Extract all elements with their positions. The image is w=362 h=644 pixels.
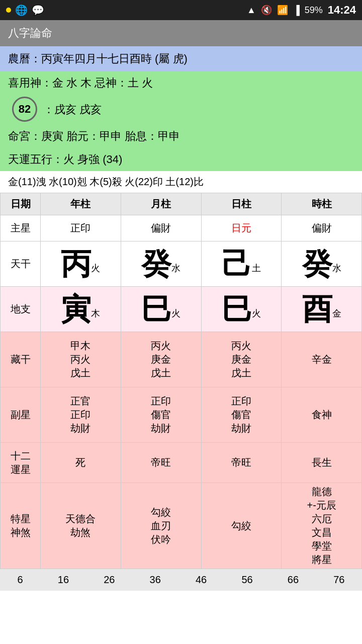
bluetooth-icon: ▲: [247, 5, 256, 16]
dizhi-ri-sub: 火: [252, 308, 261, 318]
texing-ri: 勾絞: [201, 483, 282, 569]
tiangan-nian-sub: 火: [91, 263, 100, 273]
dizhi-shi: 酉金: [282, 287, 362, 332]
fuxing-row: 副星 正官 正印 劫財 正印 傷官 劫財 正印 傷官 劫財 食神: [1, 387, 362, 443]
zanggan-row: 藏干 甲木 丙火 戊土 丙火 庚金 戊土 丙火 庚金 戊土 辛金: [1, 332, 362, 387]
dizhi-yue: 巳火: [121, 287, 201, 332]
ming-text: 命宮：庚寅 胎元：甲申 胎息：甲申: [8, 130, 180, 142]
dizhi-nian-char: 寅: [61, 292, 91, 326]
tianyun-info: 天運五行：火 身強 (34): [0, 148, 362, 171]
tiangan-ri-char: 己: [222, 247, 252, 281]
app-bar: 八字論命: [0, 20, 362, 46]
zanggan-label: 藏干: [1, 332, 41, 387]
shier-row: 十二 運星 死 帝旺 帝旺 長生: [1, 443, 362, 483]
shier-label: 十二 運星: [1, 443, 41, 483]
tiangan-shi: 癸水: [282, 242, 362, 287]
zhuxing-row: 主星 正印 偏財 日元 偏財: [1, 215, 362, 242]
chat-icon: 💬: [32, 4, 44, 16]
wuxing-info: 金(11)洩 水(10)剋 木(5)殺 火(22)印 土(12)比: [0, 171, 362, 193]
shen2-text: ：戌亥 戌亥: [43, 102, 102, 117]
tianyun-text: 天運五行：火 身強 (34): [8, 153, 122, 166]
tiangan-nian: 丙火: [41, 242, 121, 287]
shenyong-text: 喜用神：金 水 木 忌神：土 火: [8, 76, 153, 89]
bottom-num-1: 16: [58, 574, 69, 586]
zanggan-ri: 丙火 庚金 戊土: [201, 332, 282, 387]
bottom-num-6: 66: [288, 574, 299, 586]
tiangan-label: 天干: [1, 242, 41, 287]
col-header-rizhu: 日柱: [201, 193, 282, 215]
lunar-text: 農曆：丙寅年四月十七日酉時 (屬 虎): [8, 52, 188, 65]
dizhi-shi-char: 酉: [302, 292, 332, 326]
bottom-num-7: 76: [333, 574, 344, 586]
main-table: 日期 年柱 月柱 日柱 時柱 主星 正印 偏財 日元 偏財 天干 丙火 癸水 己…: [0, 193, 362, 569]
col-header-riqī: 日期: [1, 193, 41, 215]
tiangan-row: 天干 丙火 癸水 己土 癸水: [1, 242, 362, 287]
bottom-num-2: 26: [104, 574, 115, 586]
bottom-num-0: 6: [18, 574, 23, 586]
bottom-num-5: 56: [241, 574, 252, 586]
tiangan-yue-char: 癸: [141, 247, 171, 281]
dizhi-nian: 寅木: [41, 287, 121, 332]
tiangan-yue: 癸水: [121, 242, 201, 287]
bottom-number-row: 6 16 26 36 46 56 66 76: [0, 569, 362, 591]
shenyong-info: 喜用神：金 水 木 忌神：土 火: [0, 71, 362, 95]
shier-nian: 死: [41, 443, 121, 483]
texing-yue: 勾絞 血刃 伏吟: [121, 483, 201, 569]
shen2-section: 82 ：戌亥 戌亥: [0, 95, 362, 125]
wuxing-text: 金(11)洩 水(10)剋 木(5)殺 火(22)印 土(12)比: [8, 176, 204, 187]
clock: 14:24: [328, 4, 356, 17]
tiangan-ri: 己土: [201, 242, 282, 287]
texing-row: 特星 神煞 天德合 劫煞 勾絞 血刃 伏吟 勾絞 龍德 +-元辰 六厄 文昌 學…: [1, 483, 362, 569]
table-header-row: 日期 年柱 月柱 日柱 時柱: [1, 193, 362, 215]
zanggan-yue: 丙火 庚金 戊土: [121, 332, 201, 387]
signal-icon: ▐: [293, 5, 300, 16]
left-status-icons: 🌐 💬: [6, 4, 44, 16]
fuxing-nian: 正官 正印 劫財: [41, 387, 121, 443]
dot-icon: [6, 8, 11, 13]
dizhi-shi-sub: 金: [332, 308, 341, 318]
battery-text: 59%: [305, 5, 323, 16]
dizhi-label: 地支: [1, 287, 41, 332]
texing-shi: 龍德 +-元辰 六厄 文昌 學堂 將星: [282, 483, 362, 569]
col-header-nianzhu: 年柱: [41, 193, 121, 215]
tiangan-shi-char: 癸: [302, 247, 332, 281]
bottom-num-4: 46: [196, 574, 207, 586]
dizhi-ri-char: 巳: [222, 292, 252, 326]
bottom-num-3: 36: [150, 574, 161, 586]
fuxing-ri: 正印 傷官 劫財: [201, 387, 282, 443]
shen2-row: 82 ：戌亥 戌亥: [8, 97, 354, 123]
shier-ri: 帝旺: [201, 443, 282, 483]
shier-shi: 長生: [282, 443, 362, 483]
shier-yue: 帝旺: [121, 443, 201, 483]
texing-label: 特星 神煞: [1, 483, 41, 569]
fuxing-label: 副星: [1, 387, 41, 443]
status-bar: 🌐 💬 ▲ 🔇 📶 ▐ 59% 14:24: [0, 0, 362, 20]
lunar-info: 農曆：丙寅年四月十七日酉時 (屬 虎): [0, 46, 362, 71]
zhuxing-yue: 偏財: [121, 215, 201, 242]
fuxing-shi: 食神: [282, 387, 362, 443]
zanggan-shi: 辛金: [282, 332, 362, 387]
dizhi-row: 地支 寅木 巳火 巳火 酉金: [1, 287, 362, 332]
col-header-yuezhu: 月柱: [121, 193, 201, 215]
dizhi-ri: 巳火: [201, 287, 282, 332]
wifi-icon: 📶: [277, 5, 288, 16]
mute-icon: 🔇: [261, 5, 272, 16]
zhuxing-shi: 偏財: [282, 215, 362, 242]
texing-nian: 天德合 劫煞: [41, 483, 121, 569]
score-badge: 82: [12, 97, 37, 122]
app-title: 八字論命: [8, 26, 52, 41]
dizhi-yue-sub: 火: [171, 308, 180, 318]
tiangan-ri-sub: 土: [252, 263, 261, 273]
zhuxing-nian: 正印: [41, 215, 121, 242]
zhuxing-ri: 日元: [201, 215, 282, 242]
chrome-icon: 🌐: [15, 4, 28, 16]
tiangan-nian-char: 丙: [61, 247, 91, 281]
fuxing-yue: 正印 傷官 劫財: [121, 387, 201, 443]
zhuxing-label: 主星: [1, 215, 41, 242]
tiangan-shi-sub: 水: [332, 263, 341, 273]
tiangan-yue-sub: 水: [171, 263, 180, 273]
zanggan-nian: 甲木 丙火 戊土: [41, 332, 121, 387]
col-header-shizhu: 時柱: [282, 193, 362, 215]
dizhi-nian-sub: 木: [91, 308, 100, 318]
dizhi-yue-char: 巳: [141, 292, 171, 326]
